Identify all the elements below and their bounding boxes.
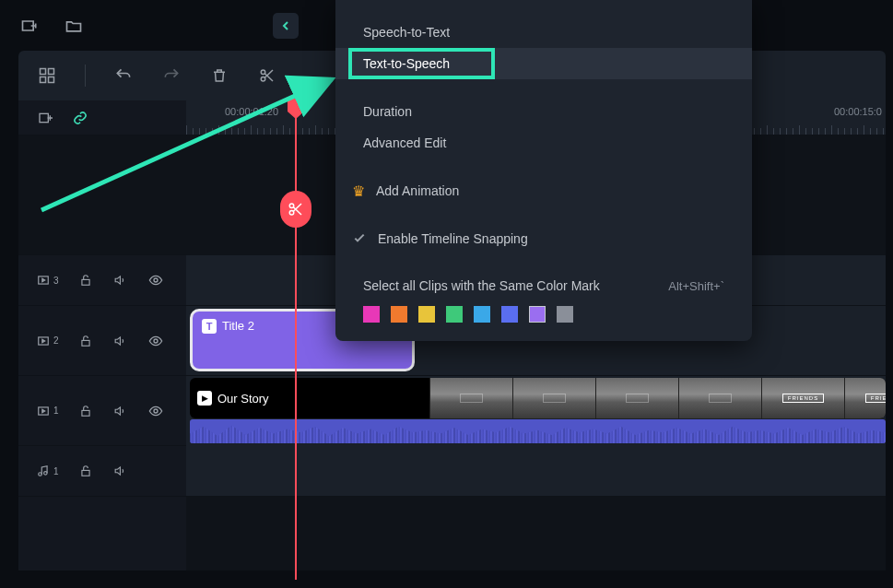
collapse-panel-button[interactable] [273,13,299,39]
track-controls-panel: 3 2 1 1 [18,100,186,570]
svg-point-9 [154,278,158,282]
svg-point-5 [261,77,265,82]
mute-icon[interactable] [112,333,129,349]
video-thumbnail [595,378,678,418]
svg-rect-3 [49,77,54,83]
menu-duration[interactable]: Duration [335,96,752,127]
svg-rect-0 [41,69,46,75]
cut-at-playhead-button[interactable] [280,191,311,228]
color-swatch[interactable] [474,306,490,323]
new-folder-plus-icon[interactable] [18,15,41,37]
menu-speech-to-text[interactable]: Speech-to-Text [335,17,752,48]
crown-icon: ♛ [352,182,365,200]
link-icon[interactable] [72,110,88,126]
color-swatch[interactable] [363,306,380,323]
lock-icon[interactable] [77,333,94,349]
track-lane-audio[interactable] [186,446,886,497]
svg-rect-14 [81,410,88,416]
color-swatch[interactable] [529,306,546,323]
title-clip-label: Title 2 [222,319,254,333]
scissors-icon[interactable] [257,65,277,86]
lock-icon[interactable] [77,463,94,479]
ruler-time-left: 00:00:01:20 [225,106,278,117]
folder-icon[interactable] [63,15,85,37]
color-swatch-row [335,302,752,323]
mute-icon[interactable] [112,272,129,288]
svg-point-4 [261,70,265,75]
video-thumbnail [678,378,761,418]
visibility-icon[interactable] [147,272,164,288]
svg-point-17 [44,472,48,475]
undo-icon[interactable] [113,65,134,86]
redo-icon[interactable] [161,65,182,86]
track-row-header: 1 [18,376,186,446]
menu-advanced-edit[interactable]: Advanced Edit [335,127,752,159]
playhead[interactable] [295,100,297,580]
visibility-icon[interactable] [147,333,164,349]
trash-icon[interactable] [209,65,229,86]
svg-point-20 [289,211,294,216]
svg-rect-6 [40,113,48,122]
menu-timeline-snapping[interactable]: Enable Timeline Snapping [335,223,752,254]
color-swatch[interactable] [391,306,407,323]
playhead-handle[interactable] [288,99,304,112]
text-clip-icon: T [202,319,217,334]
grid-icon[interactable] [37,65,57,86]
menu-color-mark-shortcut: Alt+Shift+` [668,279,724,293]
mute-icon[interactable] [112,463,129,479]
svg-rect-18 [81,470,88,476]
track-row-header: 1 [18,446,186,497]
color-swatch[interactable] [557,306,573,323]
toolbar-divider [85,65,86,87]
video-thumbnail: FRIENDS [761,378,844,418]
video-clip-label: Our Story [217,392,269,406]
menu-color-mark-label: Select all Clips with the Same Color Mar… [363,278,600,293]
mute-icon[interactable] [112,403,129,419]
track-row-header: 3 [18,255,186,306]
svg-rect-11 [81,340,88,346]
video-thumbnail [512,378,595,418]
context-menu: Speech-to-Text Text-to-Speech Duration A… [335,0,752,341]
menu-add-animation[interactable]: ♛ Add Animation [335,175,752,206]
lock-icon[interactable] [77,272,94,288]
add-track-icon[interactable] [37,110,53,126]
svg-rect-2 [41,77,46,83]
video-thumbnail [429,378,512,418]
svg-point-19 [289,204,294,208]
svg-point-12 [154,339,158,343]
lock-icon[interactable] [77,403,94,419]
svg-rect-1 [49,69,54,75]
play-icon: ▶ [197,391,212,406]
check-icon [352,230,367,248]
video-thumbnail: FRIENDS [844,378,886,418]
color-swatch[interactable] [446,306,463,323]
visibility-icon[interactable] [147,403,164,419]
svg-rect-8 [81,279,88,285]
svg-point-15 [154,409,158,413]
menu-text-to-speech[interactable]: Text-to-Speech [335,48,752,79]
track-row-header: 2 [18,306,186,376]
svg-point-16 [39,473,42,476]
ruler-time-right: 00:00:15:0 [834,106,882,117]
color-swatch[interactable] [418,306,435,323]
track-lane-1[interactable]: ▶ Our Story FRIENDSFRIENDS [186,376,886,446]
color-swatch[interactable] [501,306,518,323]
